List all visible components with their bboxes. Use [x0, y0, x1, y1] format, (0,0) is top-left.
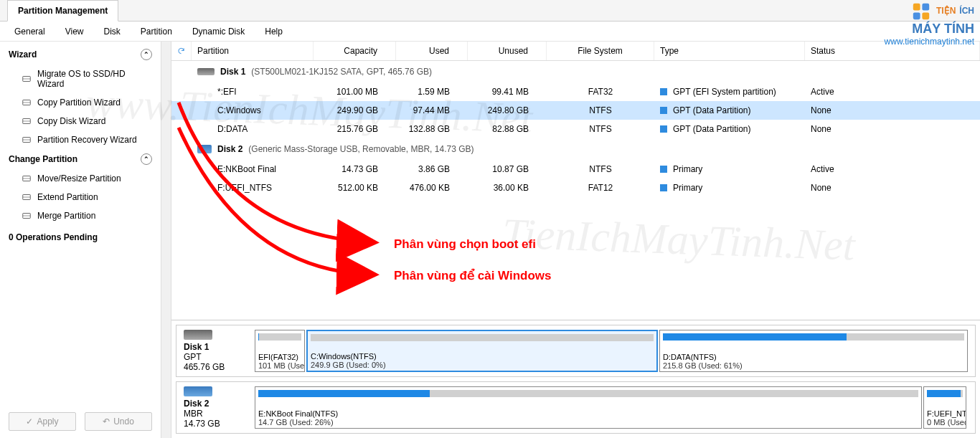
table-header: Partition Capacity Used Unused File Syst…: [171, 42, 980, 61]
apply-button[interactable]: ✓ Apply: [9, 412, 76, 431]
diskmap-partition[interactable]: D:DATA(NTFS)215.8 GB (Used: 61%): [659, 330, 968, 372]
diskmap-partition[interactable]: E:NKBoot Final(NTFS)14.7 GB (Used: 26%): [255, 386, 922, 429]
cell-unused: 82.88 GB: [468, 124, 547, 134]
cell-type: GPT (EFI System partition): [654, 87, 805, 97]
cell-used: 1.59 MB: [396, 87, 468, 97]
diskmap-info[interactable]: Disk 1GPT465.76 GB: [181, 330, 249, 372]
type-color-icon: [660, 107, 667, 114]
sidebar-item-label: Copy Partition Wizard: [37, 97, 121, 108]
table-row[interactable]: E:NKBoot Final 14.73 GB 3.86 GB 10.87 GB…: [171, 160, 980, 178]
cell-type: GPT (Data Partition): [654, 105, 805, 115]
disk-icon: [184, 330, 212, 340]
cell-unused: 99.41 MB: [468, 87, 547, 97]
svg-rect-15: [922, 4, 929, 11]
table-row[interactable]: D:DATA 215.76 GB 132.88 GB 82.88 GB NTFS…: [171, 120, 980, 138]
annotation-1: Phân vùng chọn boot efi: [394, 237, 536, 252]
partition-icon: [22, 173, 32, 184]
disk-header[interactable]: Disk 1 (ST500LM021-1KJ152 SATA, GPT, 465…: [171, 61, 980, 82]
undo-button[interactable]: ↶ Undo: [85, 412, 152, 431]
chevron-up-icon[interactable]: ⌃: [141, 49, 152, 60]
menu-disk[interactable]: Disk: [95, 24, 129, 39]
disk-header[interactable]: Disk 2 (Generic Mass-Storage USB, Remova…: [171, 138, 980, 160]
type-color-icon: [660, 184, 667, 191]
sidebar-item-label: Extend Partition: [37, 192, 98, 202]
sidebar-change-label: Change Partition: [9, 154, 77, 164]
sidebar-section-change[interactable]: Change Partition ⌃: [0, 149, 161, 169]
cell-used: 476.00 KB: [396, 183, 468, 193]
sidebar-item-wizard-3[interactable]: Partition Recovery Wizard: [0, 130, 161, 149]
sidebar-item-label: Merge Partition: [37, 211, 95, 221]
cell-used: 3.86 GB: [396, 164, 468, 174]
sidebar-item-label: Copy Disk Wizard: [37, 116, 105, 126]
sidebar-item-wizard-0[interactable]: Migrate OS to SSD/HD Wizard: [0, 65, 161, 93]
wizard-icon: [22, 116, 32, 126]
col-type[interactable]: Type: [654, 42, 805, 60]
cell-filesystem: NTFS: [547, 105, 654, 115]
menu-view[interactable]: View: [57, 24, 93, 39]
type-color-icon: [660, 88, 667, 95]
cell-status: Active: [805, 164, 980, 174]
cell-partition: D:DATA: [192, 124, 314, 134]
cell-filesystem: FAT12: [547, 183, 654, 193]
cell-partition: E:NKBoot Final: [192, 164, 314, 174]
cell-used: 132.88 GB: [396, 124, 468, 134]
cell-status: None: [805, 124, 980, 134]
col-unused[interactable]: Unused: [468, 42, 547, 60]
cell-capacity: 14.73 GB: [314, 164, 396, 174]
cell-unused: 10.87 GB: [468, 164, 547, 174]
chevron-up-icon[interactable]: ⌃: [141, 153, 152, 165]
disk-icon: [184, 386, 212, 396]
cell-partition: C:Windows: [192, 105, 314, 115]
tab-partition-management[interactable]: Partition Management: [7, 0, 118, 22]
wizard-icon: [22, 74, 32, 84]
table-row[interactable]: F:UEFI_NTFS 512.00 KB 476.00 KB 36.00 KB…: [171, 178, 980, 197]
table-row[interactable]: C:Windows 249.90 GB 97.44 MB 249.80 GB N…: [171, 101, 980, 120]
cell-capacity: 512.00 KB: [314, 183, 396, 193]
menu-general[interactable]: General: [6, 24, 54, 39]
cell-partition: *:EFI: [192, 87, 314, 97]
col-used[interactable]: Used: [396, 42, 468, 60]
cell-filesystem: NTFS: [547, 164, 654, 174]
diskmap-partition[interactable]: C:Windows(NTFS)249.9 GB (Used: 0%): [306, 330, 658, 372]
cell-type: Primary: [654, 183, 805, 193]
menu-partition[interactable]: Partition: [132, 24, 181, 39]
diskmap: Disk 1GPT465.76 GB EFI(FAT32)101 MB (Use…: [176, 325, 976, 377]
sidebar-item-label: Migrate OS to SSD/HD Wizard: [37, 69, 152, 89]
sidebar-item-change-0[interactable]: Move/Resize Partition: [0, 169, 161, 188]
svg-rect-14: [913, 4, 920, 11]
sidebar-item-wizard-1[interactable]: Copy Partition Wizard: [0, 93, 161, 112]
cell-capacity: 215.76 GB: [314, 124, 396, 134]
cell-status: None: [805, 105, 980, 115]
sidebar-scrollbar[interactable]: [161, 42, 171, 438]
sidebar-item-label: Partition Recovery Wizard: [37, 135, 137, 145]
sidebar-item-wizard-2[interactable]: Copy Disk Wizard: [0, 112, 161, 130]
cell-unused: 36.00 KB: [468, 183, 547, 193]
wizard-icon: [22, 97, 32, 108]
col-capacity[interactable]: Capacity: [314, 42, 396, 60]
menu-dynamic-disk[interactable]: Dynamic Disk: [184, 24, 253, 39]
operations-pending: 0 Operations Pending: [0, 225, 161, 249]
cell-capacity: 249.90 GB: [314, 105, 396, 115]
diskmap-partition[interactable]: F:UEFI_NTFS(0 MB (Used:: [923, 386, 966, 429]
col-partition[interactable]: Partition: [192, 42, 314, 60]
cell-status: Active: [805, 87, 980, 97]
table-row[interactable]: *:EFI 101.00 MB 1.59 MB 99.41 MB FAT32 G…: [171, 82, 980, 101]
col-filesystem[interactable]: File System: [547, 42, 654, 60]
cell-unused: 249.80 GB: [468, 105, 547, 115]
annotation-2: Phân vùng để cài Windows: [394, 268, 552, 283]
cell-partition: F:UEFI_NTFS: [192, 183, 314, 193]
sidebar-wizard-label: Wizard: [9, 49, 37, 59]
diskmap-info[interactable]: Disk 2MBR14.73 GB: [181, 386, 249, 429]
refresh-icon[interactable]: [171, 42, 192, 60]
sidebar-item-change-2[interactable]: Merge Partition: [0, 206, 161, 225]
cell-filesystem: FAT32: [547, 87, 654, 97]
disk-icon: [197, 145, 212, 153]
diskmap-partition[interactable]: EFI(FAT32)101 MB (Used: [255, 330, 305, 372]
cell-type: GPT (Data Partition): [654, 124, 805, 134]
menu-help[interactable]: Help: [256, 24, 291, 39]
cell-status: None: [805, 183, 980, 193]
type-color-icon: [660, 166, 667, 173]
sidebar-section-wizard[interactable]: Wizard ⌃: [0, 44, 161, 65]
sidebar-item-change-1[interactable]: Extend Partition: [0, 188, 161, 206]
wizard-icon: [22, 135, 32, 145]
